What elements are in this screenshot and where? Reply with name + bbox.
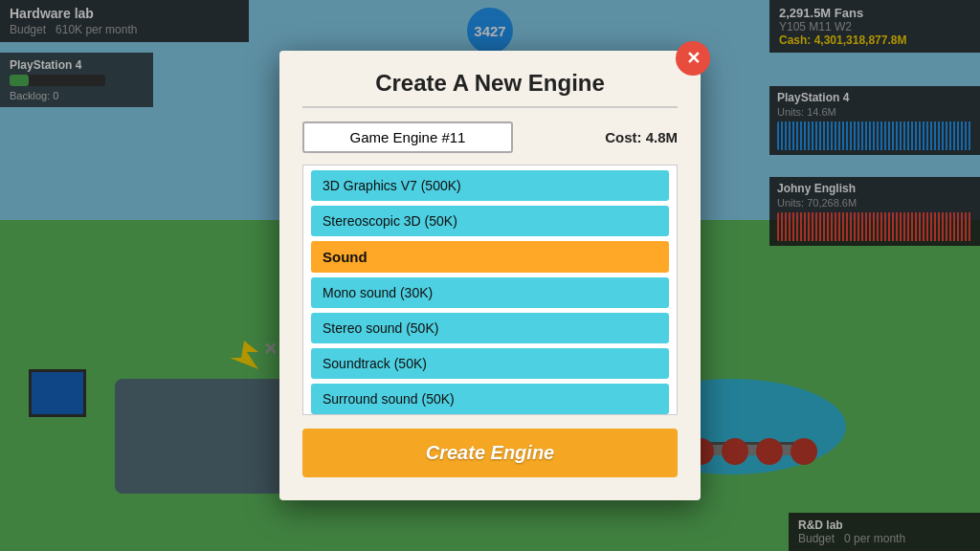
feature-section-header: Sound (311, 241, 669, 273)
create-engine-button[interactable]: Create Engine (302, 429, 678, 477)
close-icon: ✕ (686, 48, 701, 69)
features-container: 3D Graphics V7 (500K)Stereoscopic 3D (50… (302, 165, 678, 415)
feature-item[interactable]: Surround sound (50K) (311, 384, 669, 414)
features-scroll[interactable]: 3D Graphics V7 (500K)Stereoscopic 3D (50… (303, 165, 677, 414)
feature-item[interactable]: Soundtrack (50K) (311, 348, 669, 379)
modal-close-button[interactable]: ✕ (676, 41, 710, 76)
feature-item[interactable]: Stereo sound (50K) (311, 313, 669, 343)
create-button-label: Create Engine (426, 442, 554, 463)
engine-name-input[interactable] (302, 121, 513, 153)
feature-item[interactable]: 3D Graphics V7 (500K) (311, 170, 669, 201)
cost-label: Cost: 4.8M (605, 129, 678, 145)
modal-title: Create A New Engine (302, 70, 678, 108)
create-engine-modal: ✕ Create A New Engine Cost: 4.8M 3D Grap… (279, 51, 701, 500)
modal-overlay: ✕ Create A New Engine Cost: 4.8M 3D Grap… (0, 0, 980, 551)
engine-name-row: Cost: 4.8M (302, 121, 678, 153)
feature-item[interactable]: Mono sound (30K) (311, 277, 669, 308)
feature-item[interactable]: Stereoscopic 3D (50K) (311, 206, 669, 236)
